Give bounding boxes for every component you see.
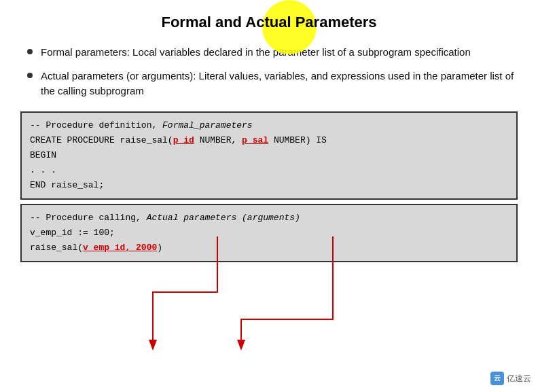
code-p-sal: p_sal: [242, 135, 268, 145]
code-create-pre: CREATE PROCEDURE raise_sal(: [30, 135, 173, 145]
code-line-comment1: -- Procedure definition, Formal_paramete…: [30, 118, 508, 133]
code-line-comment2: -- Procedure calling, Actual parameters …: [30, 211, 508, 226]
watermark-icon: 云: [490, 372, 504, 385]
bullet-dot: [27, 73, 33, 78]
slide-container: Formal and Actual Parameters Formal para…: [0, 0, 538, 392]
bullet-text-2: Actual parameters (or arguments): Litera…: [41, 69, 518, 99]
code-line-create: CREATE PROCEDURE raise_sal(p_id NUMBER, …: [30, 133, 508, 148]
page-title: Formal and Actual Parameters: [161, 14, 376, 31]
code-raise-pre: raise_sal(: [30, 243, 83, 253]
bullet-text-1: Formal parameters: Local variables decla…: [41, 45, 471, 60]
code-line-vempid: v_emp_id := 100;: [30, 226, 508, 240]
watermark-text: 亿速云: [507, 373, 531, 385]
bullet-dot: [27, 49, 33, 54]
code-raise-post: ): [157, 243, 162, 253]
code-line-end: END raise_sal;: [30, 178, 508, 193]
code-p-id: p_id: [173, 135, 194, 145]
watermark: 云 亿速云: [490, 372, 531, 385]
code-actual-params: v_emp_id, 2000: [83, 243, 157, 253]
code-line-raisesal: raise_sal(v_emp_id, 2000): [30, 240, 508, 255]
list-item: Actual parameters (or arguments): Litera…: [27, 69, 518, 99]
code-box-definition: -- Procedure definition, Formal_paramete…: [20, 111, 518, 200]
code-create-mid: NUMBER,: [194, 135, 242, 145]
code-box-calling: -- Procedure calling, Actual parameters …: [20, 204, 518, 262]
code-line-begin: BEGIN: [30, 148, 508, 163]
title-area: Formal and Actual Parameters: [20, 14, 518, 31]
code-create-post: NUMBER) IS: [268, 135, 327, 145]
code-line-dots: . . .: [30, 163, 508, 178]
bullet-list: Formal parameters: Local variables decla…: [27, 45, 518, 99]
